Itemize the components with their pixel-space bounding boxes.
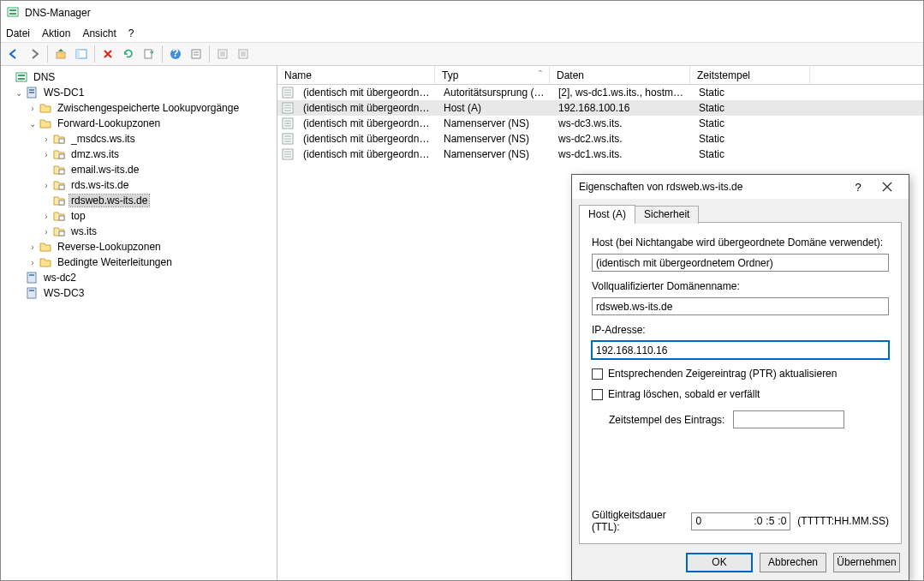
tab-host[interactable]: Host (A) [579, 205, 635, 223]
record-icon [281, 117, 295, 130]
tree-zone-top[interactable]: › top [1, 208, 277, 224]
tree-zone-rdsweb[interactable]: rdsweb.ws-its.de [1, 193, 277, 208]
properties-dialog: Eigenschaften von rdsweb.ws-its.de ? Hos… [571, 174, 909, 581]
cell-zeit: Static [692, 117, 812, 129]
server-icon [25, 286, 39, 300]
delete-label: Eintrag löschen, sobald er verfällt [608, 388, 760, 400]
ttl-row: Gültigkeitsdauer (TTL): 0 :0 :5 :0 (TTTT… [592, 509, 889, 533]
cancel-button[interactable]: Abbrechen [760, 553, 826, 572]
tree-server3[interactable]: WS-DC3 [1, 285, 277, 301]
tree-zone-rds[interactable]: › rds.ws-its.de [1, 177, 277, 193]
ok-button[interactable]: OK [686, 553, 753, 572]
apply-button[interactable]: Übernehmen [833, 553, 900, 572]
host-field[interactable] [592, 254, 889, 272]
menu-datei[interactable]: Datei [6, 27, 30, 39]
tree-cached[interactable]: › Zwischengespeicherte Lookupvorgänge [1, 100, 277, 116]
menu-aktion[interactable]: Aktion [42, 27, 70, 39]
tree-zone-msdcs[interactable]: › _msdcs.ws.its [1, 131, 277, 147]
app-icon [6, 6, 20, 20]
ttl-seconds[interactable]: :0 [778, 515, 786, 527]
record-row[interactable]: (identisch mit übergeordne...Namenserver… [277, 147, 923, 162]
dialog-titlebar[interactable]: Eigenschaften von rdsweb.ws-its.de ? [572, 175, 909, 199]
toolbar: ? [1, 42, 923, 66]
ttl-minutes[interactable]: :5 [766, 515, 774, 527]
delete-checkbox-row[interactable]: Eintrag löschen, sobald er verfällt [592, 388, 889, 400]
twisty-icon[interactable]: ⌄ [13, 88, 25, 98]
menu-ansicht[interactable]: Ansicht [82, 27, 116, 39]
properties-button[interactable] [187, 45, 206, 63]
svg-rect-28 [59, 170, 64, 174]
twisty-icon[interactable]: ⌄ [27, 119, 39, 129]
ptr-checkbox-row[interactable]: Entsprechenden Zeigereintrag (PTR) aktua… [592, 368, 889, 380]
ptr-label: Entsprechenden Zeigereintrag (PTR) aktua… [608, 368, 837, 380]
tree-forward[interactable]: ⌄ Forward-Lookupzonen [1, 116, 277, 131]
ip-label: IP-Adresse: [592, 324, 889, 336]
record-row[interactable]: (identisch mit übergeordne...Host (A)192… [277, 100, 923, 116]
twisty-icon[interactable]: › [40, 150, 52, 159]
twisty-icon[interactable]: › [40, 135, 52, 144]
timestamp-field[interactable] [733, 410, 844, 428]
col-typ[interactable]: Typˆ [435, 66, 550, 84]
tree-label: Zwischengespeicherte Lookupvorgänge [56, 102, 241, 114]
svg-rect-1 [9, 9, 16, 11]
filter1-button[interactable] [213, 45, 232, 63]
record-row[interactable]: (identisch mit übergeordne...Namenserver… [277, 131, 923, 147]
fqdn-field[interactable] [592, 297, 889, 315]
tree-zone-email[interactable]: email.ws-its.de [1, 162, 277, 177]
nav-back-button[interactable] [4, 45, 23, 63]
delete-button[interactable] [98, 45, 117, 63]
tree-label: email.ws-its.de [69, 164, 140, 176]
toolbar-separator [209, 45, 210, 63]
checkbox-icon[interactable] [592, 389, 603, 400]
svg-rect-21 [18, 75, 25, 76]
help-button[interactable]: ? [166, 45, 185, 63]
twisty-icon[interactable]: › [27, 104, 39, 113]
tree-label: ws.its [69, 225, 98, 237]
tree-server[interactable]: ⌄ WS-DC1 [1, 85, 277, 100]
tree-zone-dmz[interactable]: › dmz.ws.its [1, 147, 277, 162]
twisty-icon[interactable]: › [27, 243, 39, 252]
timestamp-row: Zeitstempel des Eintrags: [609, 410, 889, 428]
zone-icon [52, 132, 66, 146]
zone-icon [52, 225, 66, 238]
tree-zone-wsits[interactable]: › ws.its [1, 224, 277, 239]
col-daten[interactable]: Daten [550, 66, 690, 84]
tree-pane[interactable]: DNS ⌄ WS-DC1 › Zwischengespeicherte Look… [1, 66, 277, 580]
help-button[interactable]: ? [844, 177, 873, 196]
nav-forward-button[interactable] [25, 45, 44, 63]
ip-field[interactable] [592, 341, 889, 359]
record-row[interactable]: (identisch mit übergeordne...Namenserver… [277, 116, 923, 131]
tab-body: Host (bei Nichtangabe wird übergeordnete… [579, 222, 902, 544]
filter2-button[interactable] [234, 45, 253, 63]
tree-root-dns[interactable]: DNS [1, 69, 277, 85]
timestamp-label: Zeitstempel des Eintrags: [609, 414, 724, 426]
twisty-icon[interactable]: › [40, 212, 52, 221]
zone-icon [52, 147, 66, 161]
ttl-field[interactable]: 0 :0 :5 :0 [691, 512, 790, 530]
tree-reverse[interactable]: › Reverse-Lookupzonen [1, 239, 277, 255]
record-row[interactable]: (identisch mit übergeordne...Autoritätsu… [277, 85, 923, 100]
twisty-icon[interactable]: › [40, 227, 52, 237]
refresh-button[interactable] [119, 45, 138, 63]
twisty-icon[interactable]: › [27, 258, 39, 267]
col-name[interactable]: Name [277, 66, 435, 84]
zone-icon [52, 194, 66, 207]
cell-typ: Namenserver (NS) [437, 133, 551, 145]
col-zeit[interactable]: Zeitstempel [690, 66, 810, 84]
ttl-days[interactable]: 0 [695, 515, 701, 527]
svg-rect-31 [59, 216, 64, 220]
menu-help[interactable]: ? [128, 27, 134, 39]
svg-rect-2 [9, 13, 16, 15]
tree-conditional[interactable]: › Bedingte Weiterleitungen [1, 255, 277, 270]
tab-security[interactable]: Sicherheit [635, 206, 699, 224]
close-button[interactable] [873, 177, 902, 196]
twisty-icon[interactable]: › [40, 181, 52, 190]
ttl-hours[interactable]: :0 [754, 515, 762, 527]
svg-rect-35 [27, 288, 36, 298]
tree-server2[interactable]: ws-dc2 [1, 270, 277, 285]
show-hide-tree-button[interactable] [72, 45, 91, 63]
up-button[interactable] [51, 45, 70, 63]
checkbox-icon[interactable] [592, 368, 603, 380]
export-button[interactable] [140, 45, 158, 63]
col-label: Daten [557, 69, 584, 81]
